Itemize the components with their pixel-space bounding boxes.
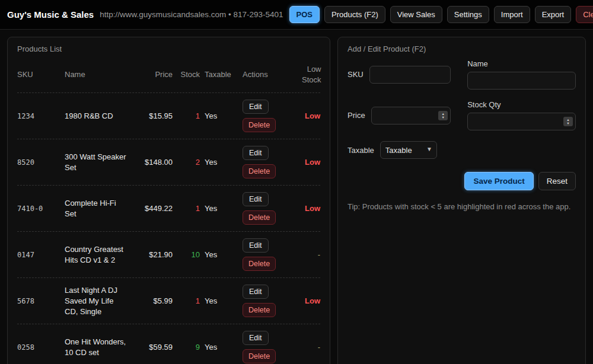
app-title: Guy's Music & Sales bbox=[7, 9, 94, 20]
nav-button-clear-database[interactable]: Clear Database bbox=[576, 6, 593, 23]
low-stock-tip: Tip: Products with stock < 5 are highlig… bbox=[347, 202, 576, 211]
edit-button[interactable]: Edit bbox=[243, 238, 269, 253]
row-price: $15.95 bbox=[131, 111, 173, 122]
top-bar: Guy's Music & Sales http://www.guysmusic… bbox=[0, 0, 593, 30]
delete-button[interactable]: Delete bbox=[243, 118, 276, 132]
row-taxable: Yes bbox=[205, 111, 238, 122]
form-buttons: Save Product Reset bbox=[347, 172, 576, 190]
row-price: $21.90 bbox=[131, 250, 173, 260]
row-stock: 2 bbox=[177, 157, 200, 168]
nav-button-products-f2-[interactable]: Products (F2) bbox=[324, 6, 385, 23]
row-sku: 5678 bbox=[17, 296, 60, 306]
form-spacer bbox=[467, 141, 576, 159]
column-header-sku: SKU bbox=[17, 69, 60, 80]
row-actions: Edit Delete bbox=[243, 146, 297, 178]
row-sku: 0258 bbox=[17, 342, 60, 353]
products-list-panel: Products List SKU Name Price Stock Taxab… bbox=[7, 37, 330, 364]
table-body: 1234 1980 R&B CD $15.95 1 Yes Edit Delet… bbox=[17, 92, 320, 364]
delete-button[interactable]: Delete bbox=[243, 349, 276, 363]
row-low-stock: Low bbox=[302, 203, 320, 214]
row-actions: Edit Delete bbox=[243, 238, 297, 271]
name-field-group: Name bbox=[467, 59, 576, 90]
stock-spinner-icon[interactable]: ▲▼ bbox=[563, 117, 573, 126]
taxable-field-group: Taxable Taxable ▼ bbox=[347, 141, 451, 159]
sku-input[interactable] bbox=[369, 66, 451, 84]
table-row: 5678 Last Night A DJ Saved My Life CD, S… bbox=[17, 277, 320, 324]
row-stock: 1 bbox=[177, 203, 200, 214]
edit-button[interactable]: Edit bbox=[243, 285, 269, 299]
edit-button[interactable]: Edit bbox=[243, 146, 269, 160]
row-low-stock: Low bbox=[302, 157, 320, 168]
nav-button-export[interactable]: Export bbox=[535, 6, 572, 23]
row-stock: 9 bbox=[177, 342, 200, 353]
row-sku: 0147 bbox=[17, 250, 60, 260]
product-form: SKU Name Price ▲▼ Stock Qty ▲▼ bbox=[347, 59, 576, 211]
row-price: $148.00 bbox=[131, 157, 173, 168]
app-url-phone: http://www.guysmusicandsales.com • 817-2… bbox=[100, 10, 283, 19]
sku-field-group: SKU bbox=[347, 59, 451, 90]
column-header-actions: Actions bbox=[243, 69, 297, 80]
stock-qty-input[interactable] bbox=[467, 113, 576, 130]
row-low-stock: - bbox=[302, 342, 320, 353]
row-name: Country Greatest Hits CD v1 & 2 bbox=[65, 244, 126, 266]
table-row: 0147 Country Greatest Hits CD v1 & 2 $21… bbox=[17, 231, 320, 277]
stock-field-group: Stock Qty ▲▼ bbox=[467, 100, 576, 130]
row-name: Complete Hi-Fi Set bbox=[65, 198, 126, 219]
name-input[interactable] bbox=[467, 72, 576, 90]
row-stock: 1 bbox=[177, 296, 200, 306]
edit-button[interactable]: Edit bbox=[243, 100, 269, 114]
price-spinner-icon[interactable]: ▲▼ bbox=[438, 111, 448, 120]
column-header-taxable: Taxable bbox=[205, 69, 238, 80]
row-name: One Hit Wonders, 10 CD set bbox=[65, 337, 126, 358]
delete-button[interactable]: Delete bbox=[243, 303, 276, 317]
row-actions: Edit Delete bbox=[243, 192, 297, 225]
table-row: 1234 1980 R&B CD $15.95 1 Yes Edit Delet… bbox=[17, 92, 320, 139]
table-row: 0258 One Hit Wonders, 10 CD set $59.59 9… bbox=[17, 324, 320, 364]
table-header-row: SKU Name Price Stock Taxable Actions Low… bbox=[17, 59, 320, 92]
row-stock: 10 bbox=[177, 250, 200, 260]
row-sku: 1234 bbox=[17, 111, 60, 122]
taxable-select[interactable]: Taxable bbox=[380, 141, 437, 159]
row-name: Last Night A DJ Saved My Life CD, Single bbox=[65, 285, 126, 317]
save-product-button[interactable]: Save Product bbox=[464, 172, 533, 190]
products-list-title: Products List bbox=[17, 44, 320, 53]
main-nav: POSProducts (F2)View SalesSettingsImport… bbox=[289, 6, 593, 23]
row-sku: 7410-0 bbox=[17, 203, 60, 214]
column-header-stock: Stock bbox=[177, 69, 200, 80]
delete-button[interactable]: Delete bbox=[243, 257, 276, 271]
price-label: Price bbox=[347, 111, 365, 120]
column-header-price: Price bbox=[131, 69, 173, 80]
row-name: 1980 R&B CD bbox=[65, 111, 126, 122]
table-row: 8520 300 Watt Speaker Set $148.00 2 Yes … bbox=[17, 139, 320, 185]
nav-button-pos[interactable]: POS bbox=[289, 6, 320, 23]
nav-button-settings[interactable]: Settings bbox=[447, 6, 489, 23]
price-field-group: Price ▲▼ bbox=[347, 100, 451, 130]
row-taxable: Yes bbox=[205, 250, 238, 260]
edit-button[interactable]: Edit bbox=[243, 331, 269, 345]
row-name: 300 Watt Speaker Set bbox=[65, 152, 126, 173]
table-row: 7410-0 Complete Hi-Fi Set $449.22 1 Yes … bbox=[17, 185, 320, 231]
row-taxable: Yes bbox=[205, 203, 238, 214]
row-stock: 1 bbox=[177, 111, 200, 122]
main-content: Products List SKU Name Price Stock Taxab… bbox=[0, 30, 593, 364]
edit-button[interactable]: Edit bbox=[243, 192, 269, 206]
row-actions: Edit Delete bbox=[243, 100, 297, 132]
name-label: Name bbox=[467, 59, 576, 68]
reset-button[interactable]: Reset bbox=[538, 172, 576, 190]
row-low-stock: Low bbox=[302, 296, 320, 306]
row-actions: Edit Delete bbox=[243, 285, 297, 317]
stock-qty-label: Stock Qty bbox=[467, 100, 576, 109]
add-edit-title: Add / Edit Product (F2) bbox=[347, 44, 576, 53]
row-low-stock: Low bbox=[302, 111, 320, 122]
row-taxable: Yes bbox=[205, 296, 238, 306]
nav-button-view-sales[interactable]: View Sales bbox=[390, 6, 442, 23]
row-price: $449.22 bbox=[131, 203, 173, 214]
row-taxable: Yes bbox=[205, 157, 238, 168]
row-price: $59.59 bbox=[131, 342, 173, 353]
nav-button-import[interactable]: Import bbox=[494, 6, 530, 23]
column-header-lowstock: Low Stock bbox=[302, 64, 321, 85]
delete-button[interactable]: Delete bbox=[243, 210, 276, 225]
row-price: $5.99 bbox=[131, 296, 173, 306]
add-edit-product-panel: Add / Edit Product (F2) SKU Name Price ▲… bbox=[337, 37, 586, 364]
delete-button[interactable]: Delete bbox=[243, 164, 276, 178]
